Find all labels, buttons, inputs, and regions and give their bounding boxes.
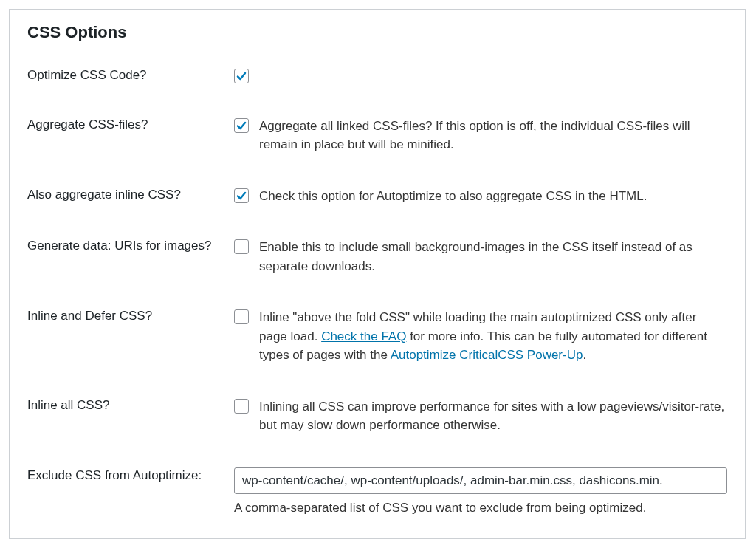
desc-inline-defer-css: Inline "above the fold CSS" while loadin…: [259, 308, 727, 365]
control-aggregate-inline-css: Check this option for Autoptimize to als…: [234, 187, 727, 206]
checkbox-inline-defer-css[interactable]: [234, 309, 249, 324]
check-icon: [236, 120, 247, 131]
check-icon: [236, 70, 247, 82]
checkbox-optimize-css[interactable]: [234, 69, 249, 83]
row-inline-all-css: Inline all CSS? Inlining all CSS can imp…: [27, 397, 727, 435]
control-data-uris: Enable this to include small background-…: [234, 238, 727, 275]
row-data-uris: Generate data: URIs for images? Enable t…: [27, 238, 727, 275]
desc-aggregate-inline-css: Check this option for Autoptimize to als…: [259, 187, 647, 206]
desc-text: .: [583, 348, 586, 362]
desc-aggregate-css: Aggregate all linked CSS-files? If this …: [259, 117, 727, 154]
checkbox-aggregate-css[interactable]: [234, 118, 249, 133]
control-optimize-css: [234, 67, 727, 83]
row-aggregate-inline-css: Also aggregate inline CSS? Check this op…: [27, 187, 727, 206]
control-inline-defer-css: Inline "above the fold CSS" while loadin…: [234, 308, 727, 365]
link-check-faq[interactable]: Check the FAQ: [321, 329, 406, 343]
input-exclude-css[interactable]: [234, 467, 727, 494]
control-inline-all-css: Inlining all CSS can improve performance…: [234, 397, 727, 435]
checkbox-data-uris[interactable]: [234, 239, 249, 254]
row-optimize-css: Optimize CSS Code?: [27, 67, 727, 84]
label-exclude-css: Exclude CSS from Autoptimize:: [27, 467, 234, 484]
label-aggregate-css: Aggregate CSS-files?: [27, 117, 234, 134]
desc-inline-all-css: Inlining all CSS can improve performance…: [259, 397, 727, 435]
label-optimize-css: Optimize CSS Code?: [27, 67, 234, 84]
section-title: CSS Options: [27, 23, 727, 42]
checkbox-inline-all-css[interactable]: [234, 399, 249, 414]
desc-data-uris: Enable this to include small background-…: [259, 238, 727, 275]
check-icon: [236, 190, 247, 202]
checkbox-aggregate-inline-css[interactable]: [234, 188, 249, 203]
label-inline-all-css: Inline all CSS?: [27, 397, 234, 414]
label-inline-defer-css: Inline and Defer CSS?: [27, 308, 234, 325]
row-inline-defer-css: Inline and Defer CSS? Inline "above the …: [27, 308, 727, 365]
link-criticalcss-powerup[interactable]: Autoptimize CriticalCSS Power-Up: [391, 348, 583, 362]
label-data-uris: Generate data: URIs for images?: [27, 238, 234, 255]
help-exclude-css: A comma-separated list of CSS you want t…: [234, 499, 727, 518]
control-aggregate-css: Aggregate all linked CSS-files? If this …: [234, 117, 727, 154]
label-aggregate-inline-css: Also aggregate inline CSS?: [27, 187, 234, 204]
control-exclude-css: A comma-separated list of CSS you want t…: [234, 467, 727, 518]
row-aggregate-css: Aggregate CSS-files? Aggregate all linke…: [27, 117, 727, 154]
css-options-panel: CSS Options Optimize CSS Code? Aggregate…: [9, 9, 746, 539]
row-exclude-css: Exclude CSS from Autoptimize: A comma-se…: [27, 467, 727, 518]
